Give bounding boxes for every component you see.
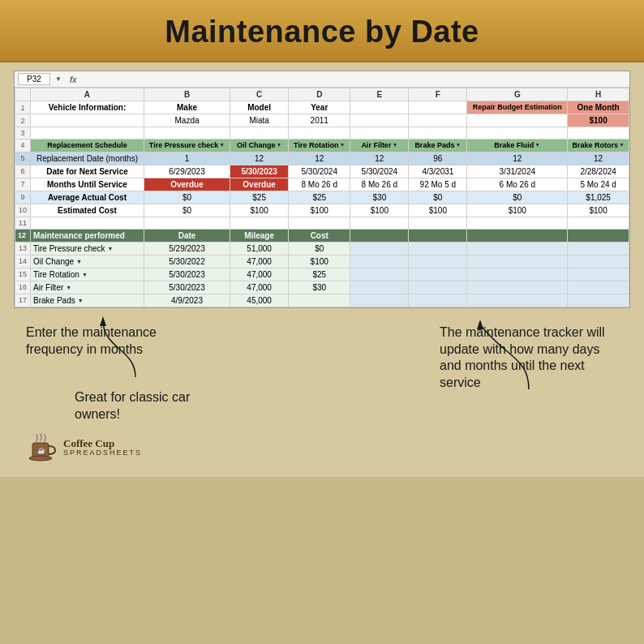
cell-g11 (467, 217, 568, 229)
row-10: 10 Estimated Cost $0 $100 $100 $100 $100… (15, 204, 629, 217)
cell-h16 (568, 281, 629, 294)
cell-b10[interactable]: $0 (144, 204, 230, 217)
cell-d16[interactable]: $30 (289, 281, 350, 294)
cell-c9[interactable]: $25 (230, 191, 289, 204)
cell-f1 (409, 101, 467, 114)
cell-a15: Tire Rotation ▼ (31, 268, 144, 281)
cell-c11 (230, 217, 289, 229)
cell-g14 (467, 255, 568, 268)
row-num-2: 2 (15, 114, 31, 127)
cell-h5[interactable]: 12 (568, 152, 629, 165)
cell-e7[interactable]: 8 Mo 26 d (350, 178, 409, 191)
cell-c17[interactable]: 45,000 (230, 294, 289, 307)
cell-g6[interactable]: 3/31/2024 (467, 165, 568, 178)
spreadsheet-table: A B C D E F G H 1 Vehicle Information: M… (15, 88, 629, 307)
cell-ref-dropdown[interactable]: ▼ (55, 75, 62, 83)
cell-f7[interactable]: 92 Mo 5 d (409, 178, 467, 191)
cell-b9[interactable]: $0 (144, 191, 230, 204)
cell-d15[interactable]: $25 (289, 268, 350, 281)
row-12: 12 Maintenance performed Date Mileage Co… (15, 229, 629, 242)
cell-b1: Make (144, 101, 230, 114)
cell-f10[interactable]: $100 (409, 204, 467, 217)
cell-d10[interactable]: $100 (289, 204, 350, 217)
fx-label: fx (70, 75, 77, 84)
formula-bar: P32 ▼ fx (15, 71, 629, 88)
cell-e16 (350, 281, 409, 294)
row-num-6: 6 (15, 165, 31, 178)
cell-c2[interactable]: Miata (230, 114, 289, 127)
cell-f14 (409, 255, 467, 268)
cell-c6[interactable]: 5/30/2023 (230, 165, 289, 178)
arrow-right-svg (456, 316, 569, 397)
cell-e9[interactable]: $30 (350, 191, 409, 204)
cell-h6[interactable]: 2/28/2024 (568, 165, 629, 178)
row-num-9: 9 (15, 191, 31, 204)
cell-g10[interactable]: $100 (467, 204, 568, 217)
row-num-17: 17 (15, 294, 31, 307)
cell-d4: Tire Rotation ▼ (289, 140, 350, 152)
cell-b11 (144, 217, 230, 229)
row-num-5: 5 (15, 152, 31, 165)
cell-b13[interactable]: 5/29/2023 (144, 242, 230, 255)
cell-d11 (289, 217, 350, 229)
cell-d17[interactable] (289, 294, 350, 307)
cell-e14 (350, 255, 409, 268)
cell-b14[interactable]: 5/30/2022 (144, 255, 230, 268)
row-num-7: 7 (15, 178, 31, 191)
cell-b5[interactable]: 1 (144, 152, 230, 165)
cell-a14: Oil Change ▼ (31, 255, 144, 268)
cell-a1[interactable]: Vehicle Information: (31, 101, 144, 114)
cell-e6[interactable]: 5/30/2024 (350, 165, 409, 178)
svg-marker-0 (100, 316, 106, 326)
cell-h7[interactable]: 5 Mo 24 d (568, 178, 629, 191)
cell-c7[interactable]: Overdue (230, 178, 289, 191)
cell-f9[interactable]: $0 (409, 191, 467, 204)
cell-e5[interactable]: 12 (350, 152, 409, 165)
row-1: 1 Vehicle Information: Make Model Year R… (15, 101, 629, 114)
row-4: 4 Replacement Schedule Tire Pressure che… (15, 140, 629, 152)
cell-c13[interactable]: 51,000 (230, 242, 289, 255)
row-15: 15 Tire Rotation ▼ 5/30/2023 47,000 $25 (15, 268, 629, 281)
cell-a10: Estimated Cost (31, 204, 144, 217)
cell-d7[interactable]: 8 Mo 26 d (289, 178, 350, 191)
annotations-section: Enter the maintenance frequency in month… (10, 308, 634, 470)
cell-e10[interactable]: $100 (350, 204, 409, 217)
cell-g3 (467, 127, 568, 140)
cell-d5[interactable]: 12 (289, 152, 350, 165)
row-num-14: 14 (15, 255, 31, 268)
cell-b15[interactable]: 5/30/2023 (144, 268, 230, 281)
cell-g9[interactable]: $0 (467, 191, 568, 204)
cell-h2: $100 (568, 114, 629, 127)
cell-f5[interactable]: 96 (409, 152, 467, 165)
cell-d9[interactable]: $25 (289, 191, 350, 204)
cell-g1: Repair Budget Estimation (467, 101, 568, 114)
cell-b16[interactable]: 5/30/2023 (144, 281, 230, 294)
cell-a9: Average Actual Cost (31, 191, 144, 204)
cell-d13[interactable]: $0 (289, 242, 350, 255)
row-num-10: 10 (15, 204, 31, 217)
cell-h9[interactable]: $1,025 (568, 191, 629, 204)
cell-h10[interactable]: $100 (568, 204, 629, 217)
cell-b2[interactable]: Mazda (144, 114, 230, 127)
col-f-header: F (409, 88, 467, 101)
cell-c10[interactable]: $100 (230, 204, 289, 217)
cell-g4: Brake Fluid ▼ (467, 140, 568, 152)
cell-b17[interactable]: 4/9/2023 (144, 294, 230, 307)
cell-c15[interactable]: 47,000 (230, 268, 289, 281)
cell-f6[interactable]: 4/3/2031 (409, 165, 467, 178)
cell-b6[interactable]: 6/29/2023 (144, 165, 230, 178)
row-11: 11 (15, 217, 629, 229)
cell-c14[interactable]: 47,000 (230, 255, 289, 268)
cell-d6[interactable]: 5/30/2024 (289, 165, 350, 178)
column-header-row: A B C D E F G H (15, 88, 629, 101)
cell-c16[interactable]: 47,000 (230, 281, 289, 294)
cell-b7[interactable]: Overdue (144, 178, 230, 191)
cell-a11 (31, 217, 144, 229)
cell-c5[interactable]: 12 (230, 152, 289, 165)
cell-d14[interactable]: $100 (289, 255, 350, 268)
cell-g5[interactable]: 12 (467, 152, 568, 165)
cell-h15 (568, 268, 629, 281)
cell-g7[interactable]: 6 Mo 26 d (467, 178, 568, 191)
cell-d2[interactable]: 2011 (289, 114, 350, 127)
cell-reference[interactable]: P32 (18, 73, 50, 85)
